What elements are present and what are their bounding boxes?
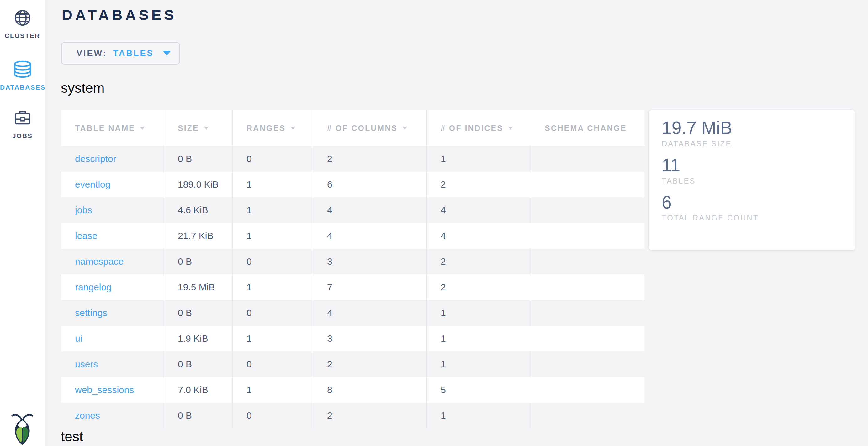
column-header-ranges[interactable]: RANGES bbox=[233, 110, 313, 146]
cell-schema_change bbox=[531, 274, 644, 300]
table-name-link[interactable]: web_sessions bbox=[61, 377, 164, 403]
sidebar-item-label: DATABASES bbox=[0, 83, 45, 91]
stat-label: TOTAL RANGE COUNT bbox=[662, 214, 855, 222]
cell-schema_change bbox=[531, 326, 644, 351]
cell-ranges: 0 bbox=[233, 249, 313, 274]
cell-schema_change bbox=[531, 300, 644, 326]
globe-icon bbox=[0, 9, 45, 28]
sidebar-item-label: JOBS bbox=[0, 132, 45, 140]
system-tables-table: TABLE NAMESIZERANGES# OF COLUMNS# OF IND… bbox=[61, 110, 644, 428]
table-row: eventlog189.0 KiB162 bbox=[61, 172, 644, 197]
stat-total-range-count: 6 TOTAL RANGE COUNT bbox=[662, 193, 855, 223]
table-row: settings0 B041 bbox=[61, 300, 644, 326]
column-header-label: # OF INDICES bbox=[441, 124, 503, 133]
stat-value: 19.7 MiB bbox=[662, 118, 855, 138]
table-row: zones0 B021 bbox=[61, 403, 644, 428]
column-header-label: SCHEMA CHANGE bbox=[545, 124, 627, 133]
cell-ranges: 0 bbox=[233, 403, 313, 428]
cell-schema_change bbox=[531, 197, 644, 223]
table-name-link[interactable]: ui bbox=[61, 326, 164, 351]
table-row: rangelog19.5 MiB172 bbox=[61, 274, 644, 300]
cell-indices: 4 bbox=[427, 223, 531, 249]
cell-schema_change bbox=[531, 351, 644, 377]
column-header-table-name[interactable]: TABLE NAME bbox=[61, 110, 164, 146]
briefcase-icon bbox=[0, 110, 45, 128]
sort-caret-icon bbox=[402, 127, 407, 130]
cell-indices: 1 bbox=[427, 403, 531, 428]
table-name-link[interactable]: jobs bbox=[61, 197, 164, 223]
stat-value: 11 bbox=[662, 156, 855, 175]
table-name-link[interactable]: lease bbox=[61, 223, 164, 249]
cell-indices: 2 bbox=[427, 274, 531, 300]
cell-size: 1.9 KiB bbox=[164, 326, 233, 351]
table-name-link[interactable]: eventlog bbox=[61, 172, 164, 197]
cell-schema_change bbox=[531, 403, 644, 428]
sidebar-item-databases[interactable]: DATABASES bbox=[0, 61, 45, 91]
cell-columns: 4 bbox=[313, 223, 427, 249]
database-summary-card: 19.7 MiB DATABASE SIZE 11 TABLES 6 TOTAL… bbox=[649, 110, 856, 250]
view-prefix-label: VIEW: bbox=[76, 48, 107, 58]
cell-indices: 5 bbox=[427, 377, 531, 403]
table-row: descriptor0 B021 bbox=[61, 146, 644, 172]
table-name-link[interactable]: settings bbox=[61, 300, 164, 326]
cell-columns: 2 bbox=[313, 403, 427, 428]
column-header--of-columns[interactable]: # OF COLUMNS bbox=[313, 110, 427, 146]
sort-caret-icon bbox=[290, 127, 296, 130]
cell-ranges: 1 bbox=[233, 223, 313, 249]
sidebar-item-cluster[interactable]: CLUSTER bbox=[0, 9, 45, 39]
table-name-link[interactable]: descriptor bbox=[61, 146, 164, 172]
sidebar-item-jobs[interactable]: JOBS bbox=[0, 110, 45, 140]
cell-size: 0 B bbox=[164, 351, 233, 377]
view-selected-value: TABLES bbox=[113, 48, 154, 58]
column-header-size[interactable]: SIZE bbox=[164, 110, 233, 146]
stat-label: TABLES bbox=[662, 177, 855, 185]
cell-size: 0 B bbox=[164, 403, 233, 428]
cell-ranges: 0 bbox=[233, 351, 313, 377]
cell-size: 0 B bbox=[164, 300, 233, 326]
column-header-schema-change: SCHEMA CHANGE bbox=[531, 110, 644, 146]
section-title-test: test bbox=[61, 429, 83, 444]
view-selector-dropdown[interactable]: VIEW: TABLES bbox=[61, 42, 180, 65]
cell-size: 0 B bbox=[164, 146, 233, 172]
table-row: namespace0 B032 bbox=[61, 249, 644, 274]
section-title-system: system bbox=[61, 80, 104, 96]
table-name-link[interactable]: rangelog bbox=[61, 274, 164, 300]
cell-indices: 4 bbox=[427, 197, 531, 223]
cell-size: 21.7 KiB bbox=[164, 223, 233, 249]
sort-caret-icon bbox=[508, 127, 513, 130]
cell-ranges: 1 bbox=[233, 172, 313, 197]
cell-indices: 2 bbox=[427, 249, 531, 274]
sort-caret-icon bbox=[140, 127, 145, 130]
column-header--of-indices[interactable]: # OF INDICES bbox=[427, 110, 531, 146]
caret-down-icon bbox=[163, 51, 171, 56]
cell-columns: 6 bbox=[313, 172, 427, 197]
stat-label: DATABASE SIZE bbox=[662, 139, 855, 148]
stat-tables: 11 TABLES bbox=[662, 156, 855, 185]
cell-indices: 2 bbox=[427, 172, 531, 197]
cell-columns: 2 bbox=[313, 351, 427, 377]
table-row: jobs4.6 KiB144 bbox=[61, 197, 644, 223]
sidebar: CLUSTER DATABASES JOBS bbox=[0, 0, 45, 446]
sidebar-item-label: CLUSTER bbox=[0, 32, 45, 39]
cell-size: 19.5 MiB bbox=[164, 274, 233, 300]
table-name-link[interactable]: namespace bbox=[61, 249, 164, 274]
stat-value: 6 bbox=[662, 193, 855, 213]
column-header-label: TABLE NAME bbox=[75, 124, 135, 133]
sort-caret-icon bbox=[204, 127, 209, 130]
cell-ranges: 0 bbox=[233, 300, 313, 326]
cell-columns: 2 bbox=[313, 146, 427, 172]
table-name-link[interactable]: zones bbox=[61, 403, 164, 428]
cell-schema_change bbox=[531, 377, 644, 403]
cell-indices: 1 bbox=[427, 326, 531, 351]
column-header-label: RANGES bbox=[246, 124, 286, 133]
cell-schema_change bbox=[531, 249, 644, 274]
cell-ranges: 1 bbox=[233, 377, 313, 403]
page-title: DATABASES bbox=[62, 6, 177, 24]
cell-ranges: 1 bbox=[233, 326, 313, 351]
cockroachdb-logo[interactable] bbox=[10, 412, 34, 446]
table-name-link[interactable]: users bbox=[61, 351, 164, 377]
cell-ranges: 0 bbox=[233, 146, 313, 172]
table-row: ui1.9 KiB131 bbox=[61, 326, 644, 351]
cell-indices: 1 bbox=[427, 351, 531, 377]
cell-size: 4.6 KiB bbox=[164, 197, 233, 223]
